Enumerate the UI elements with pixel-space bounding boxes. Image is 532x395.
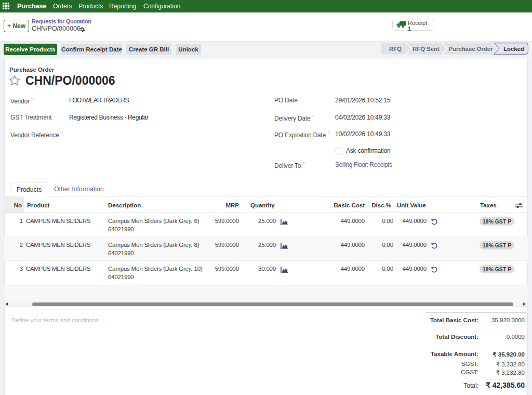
- svg-text:Purchase Order: Purchase Order: [449, 46, 493, 52]
- svg-text:RFQ: RFQ: [389, 46, 402, 52]
- svg-text:Locked: Locked: [503, 46, 524, 52]
- svg-text:RFQ Sent: RFQ Sent: [413, 46, 440, 52]
